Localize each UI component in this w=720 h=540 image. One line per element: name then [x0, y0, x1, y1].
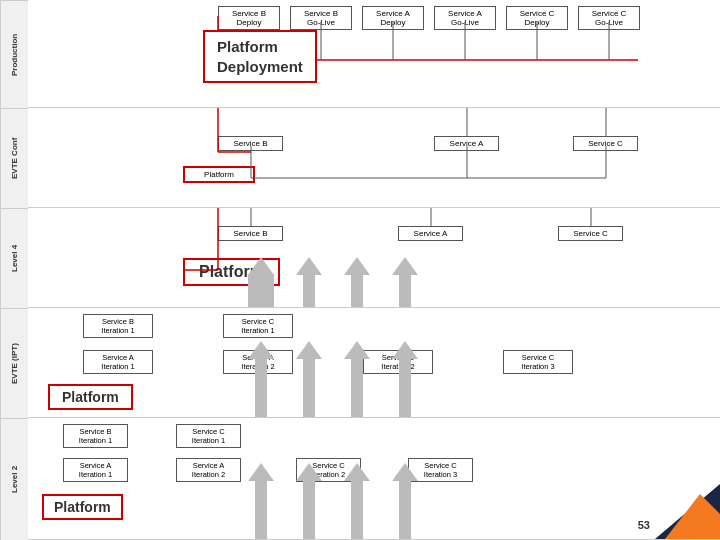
l2-arrow3 [344, 463, 370, 539]
l2-platform-label: Platform [54, 499, 111, 515]
ipt-arrows [248, 341, 418, 417]
platform-deployment-box: Platform Deployment [203, 30, 317, 83]
level4-row-wrapper: Level 4 Service B Service A Service C Pl… [0, 208, 720, 308]
l4-arrows [248, 257, 418, 307]
evte-svc-a-box: Service A [434, 136, 499, 151]
l2-arrow2 [296, 463, 322, 539]
ipt-svc-c-iter1-box: Service CIteration 1 [223, 314, 293, 338]
sidebar-level2: Level 2 [0, 418, 28, 540]
l2-svc-b-iter1-box: Service BIteration 1 [63, 424, 128, 448]
prod-svc-c-golive-box: Service CGo-Live [578, 6, 640, 30]
evte-conf-lines-svg [28, 108, 720, 207]
prod-svc-c-deploy-box: Service CDeploy [506, 6, 568, 30]
arrow4 [392, 257, 418, 307]
production-row-wrapper: Production Service BDeploy Service BGo-L… [0, 0, 720, 108]
ipt-arrow3 [344, 341, 370, 417]
evte-platform-box: Platform [183, 166, 255, 183]
ipt-arrow2 [296, 341, 322, 417]
l2-arrows [248, 463, 418, 539]
l2-svc-c-iter1-box: Service CIteration 1 [176, 424, 241, 448]
content-area: Production Service BDeploy Service BGo-L… [0, 0, 720, 540]
l4-svc-c-box: Service C [558, 226, 623, 241]
logo-triangle [655, 484, 720, 539]
main-container: Production Service BDeploy Service BGo-L… [0, 0, 720, 540]
level2-row-wrapper: Level 2 Service BIteration 1 Service CIt… [0, 418, 720, 540]
page-number: 53 [638, 519, 650, 531]
l2-arrow1 [248, 463, 274, 539]
ipt-arrow1 [248, 341, 274, 417]
evte-ipt-row-wrapper: EVTE (IPT) Service BIteration 1 Service … [0, 308, 720, 418]
prod-svc-b-golive-box: Service BGo-Live [290, 6, 352, 30]
evte-ipt-content: Service BIteration 1 Service CIteration … [28, 308, 720, 418]
ipt-platform-label: Platform [62, 389, 119, 405]
prod-svc-b-deploy-box: Service BDeploy [218, 6, 280, 30]
ipt-arrow4 [392, 341, 418, 417]
evte-conf-row-wrapper: EVTE Conf Service B Service A Service C … [0, 108, 720, 208]
l2-platform-box: Platform [42, 494, 123, 520]
evte-svc-b-box: Service B [218, 136, 283, 151]
evte-conf-content: Service B Service A Service C Platform [28, 108, 720, 208]
arrow3 [344, 257, 370, 307]
l4-svc-a-box: Service A [398, 226, 463, 241]
evte-svc-c-box: Service C [573, 136, 638, 151]
sidebar-production: Production [0, 0, 28, 108]
prod-svc-a-golive-box: Service AGo-Live [434, 6, 496, 30]
l2-svc-a-iter2-box: Service AIteration 2 [176, 458, 241, 482]
production-content: Service BDeploy Service BGo-Live Service… [28, 0, 720, 108]
l2-svc-a-iter1-box: Service AIteration 1 [63, 458, 128, 482]
ipt-svc-c-iter3-box: Service CIteration 3 [503, 350, 573, 374]
ipt-platform-box: Platform [48, 384, 133, 410]
prod-svc-a-deploy-box: Service ADeploy [362, 6, 424, 30]
level4-content: Service B Service A Service C Platform [28, 208, 720, 308]
sidebar-level4: Level 4 [0, 208, 28, 308]
arrow1 [248, 257, 274, 307]
l4-svc-b-box: Service B [218, 226, 283, 241]
ipt-svc-a-iter1-box: Service AIteration 1 [83, 350, 153, 374]
sidebar-evte-ipt: EVTE (IPT) [0, 308, 28, 418]
sidebar-evte-conf: EVTE Conf [0, 108, 28, 208]
arrow2 [296, 257, 322, 307]
platform-deployment-title: Platform Deployment [217, 37, 303, 76]
l2-arrow4 [392, 463, 418, 539]
level2-content: Service BIteration 1 Service CIteration … [28, 418, 720, 540]
ipt-svc-b-iter1-box: Service BIteration 1 [83, 314, 153, 338]
